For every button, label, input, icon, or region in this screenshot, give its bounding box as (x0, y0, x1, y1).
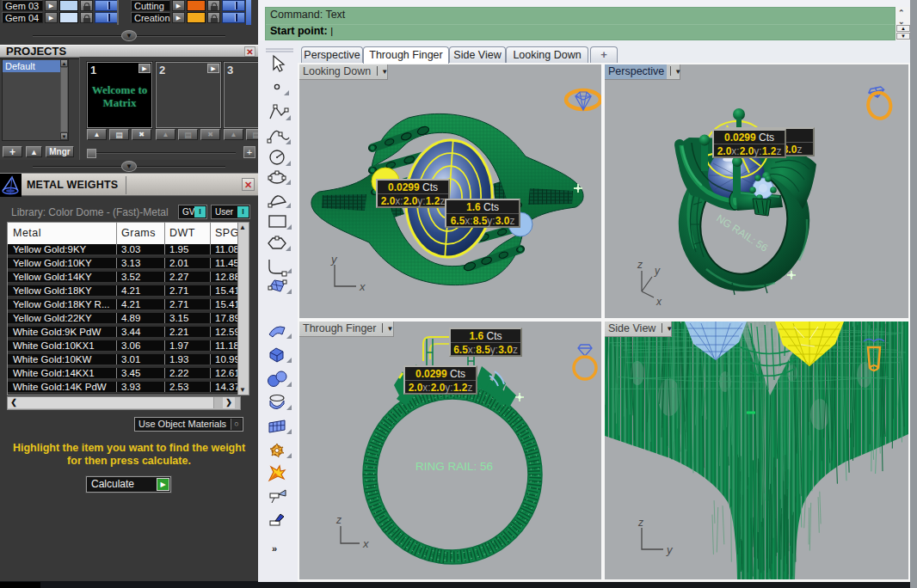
svg-text:RING RAIL: 56: RING RAIL: 56 (415, 460, 493, 473)
svg-text:z: z (637, 517, 643, 529)
svg-text:NG RAIL: 56: NG RAIL: 56 (714, 212, 770, 254)
svg-text:x: x (655, 296, 662, 308)
svg-text:y: y (330, 253, 338, 266)
svg-text:z: z (637, 259, 643, 271)
svg-text:z: z (335, 514, 342, 526)
svg-text:»: » (272, 543, 277, 554)
svg-text:y: y (654, 265, 661, 277)
svg-text:x: x (359, 280, 366, 293)
svg-text:x: x (362, 537, 369, 550)
svg-text:y: y (666, 543, 674, 556)
